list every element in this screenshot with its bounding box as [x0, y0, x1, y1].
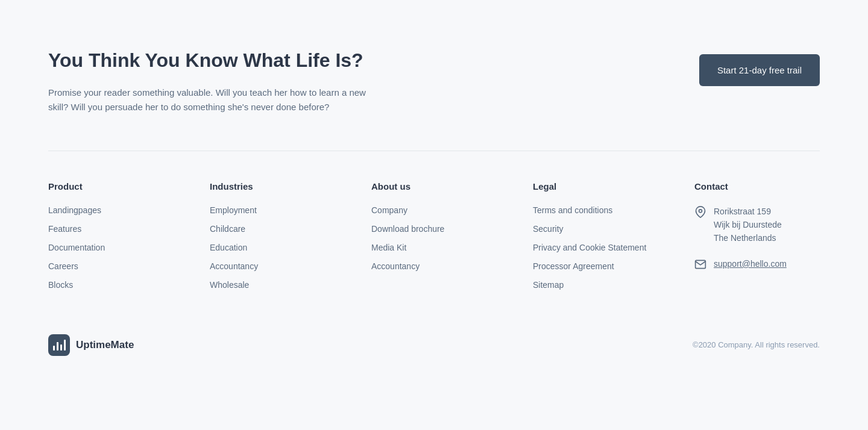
list-item: Company — [371, 205, 497, 215]
hero-text: You Think You Know What Life Is? Promise… — [48, 48, 386, 114]
link-sitemap[interactable]: Sitemap — [533, 280, 564, 290]
contact-address: Rorikstraat 159 Wijk bij Duurstede The N… — [694, 205, 820, 245]
legal-heading: Legal — [533, 181, 658, 192]
link-employment[interactable]: Employment — [210, 205, 257, 215]
list-item: Blocks — [48, 279, 174, 290]
address-line1: Rorikstraat 159 — [714, 207, 771, 216]
logo-area: UptimeMate — [48, 334, 134, 356]
list-item: Childcare — [210, 223, 335, 234]
list-item: Accountancy — [371, 261, 497, 271]
list-item: Download brochure — [371, 223, 497, 234]
footer-bottom: UptimeMate ©2020 Company. All rights res… — [48, 334, 820, 356]
list-item: Landingpages — [48, 205, 174, 215]
industries-heading: Industries — [210, 181, 335, 192]
link-blocks[interactable]: Blocks — [48, 280, 73, 290]
list-item: Wholesale — [210, 279, 335, 290]
link-privacy[interactable]: Privacy and Cookie Statement — [533, 243, 646, 252]
cta-button[interactable]: Start 21-day free trail — [699, 54, 820, 86]
link-features[interactable]: Features — [48, 224, 81, 234]
list-item: Security — [533, 223, 658, 234]
hero-section: You Think You Know What Life Is? Promise… — [0, 0, 868, 151]
link-wholesale[interactable]: Wholesale — [210, 280, 249, 290]
list-item: Processor Agreement — [533, 261, 658, 271]
link-childcare[interactable]: Childcare — [210, 224, 245, 234]
link-accountancy-about[interactable]: Accountancy — [371, 261, 420, 271]
list-item: Education — [210, 242, 335, 252]
about-heading: About us — [371, 181, 497, 192]
footer: Product Landingpages Features Documentat… — [0, 151, 868, 380]
product-heading: Product — [48, 181, 174, 192]
logo-bar-4 — [64, 340, 66, 351]
svg-point-0 — [699, 209, 702, 212]
link-landingpages[interactable]: Landingpages — [48, 205, 101, 215]
footer-col-about: About us Company Download brochure Media… — [371, 181, 497, 298]
legal-links: Terms and conditions Security Privacy an… — [533, 205, 658, 290]
link-media-kit[interactable]: Media Kit — [371, 243, 406, 252]
list-item: Documentation — [48, 242, 174, 252]
footer-col-industries: Industries Employment Childcare Educatio… — [210, 181, 335, 298]
footer-columns: Product Landingpages Features Documentat… — [48, 181, 820, 298]
email-link[interactable]: support@hello.com — [714, 257, 787, 270]
hero-cta: Start 21-day free trail — [699, 54, 820, 86]
copyright: ©2020 Company. All rights reserved. — [693, 340, 820, 349]
list-item: Privacy and Cookie Statement — [533, 242, 658, 252]
about-links: Company Download brochure Media Kit Acco… — [371, 205, 497, 271]
address-text: Rorikstraat 159 Wijk bij Duurstede The N… — [714, 205, 782, 245]
product-links: Landingpages Features Documentation Care… — [48, 205, 174, 290]
list-item: Terms and conditions — [533, 205, 658, 215]
link-processor[interactable]: Processor Agreement — [533, 261, 614, 271]
industries-links: Employment Childcare Education Accountan… — [210, 205, 335, 290]
link-careers[interactable]: Careers — [48, 261, 78, 271]
list-item: Sitemap — [533, 279, 658, 290]
link-company[interactable]: Company — [371, 205, 407, 215]
list-item: Employment — [210, 205, 335, 215]
link-accountancy-ind[interactable]: Accountancy — [210, 261, 258, 271]
logo-name: UptimeMate — [76, 339, 134, 351]
list-item: Careers — [48, 261, 174, 271]
link-security[interactable]: Security — [533, 224, 564, 234]
contact-heading: Contact — [694, 181, 820, 192]
logo-bar-2 — [57, 342, 58, 351]
address-line2: Wijk bij Duurstede — [714, 220, 782, 229]
list-item: Features — [48, 223, 174, 234]
contact-email: support@hello.com — [694, 257, 820, 270]
location-icon — [694, 206, 706, 218]
link-download-brochure[interactable]: Download brochure — [371, 224, 444, 234]
logo-bars — [53, 340, 66, 351]
footer-col-contact: Contact Rorikstraat 159 Wijk bij Duurste… — [694, 181, 820, 298]
hero-title: You Think You Know What Life Is? — [48, 48, 386, 73]
email-icon — [694, 258, 706, 270]
link-education[interactable]: Education — [210, 243, 247, 252]
list-item: Media Kit — [371, 242, 497, 252]
logo-icon — [48, 334, 70, 356]
logo-bar-1 — [53, 346, 55, 351]
logo-bar-3 — [60, 344, 62, 351]
footer-col-product: Product Landingpages Features Documentat… — [48, 181, 174, 298]
link-documentation[interactable]: Documentation — [48, 243, 105, 252]
footer-col-legal: Legal Terms and conditions Security Priv… — [533, 181, 658, 298]
link-terms[interactable]: Terms and conditions — [533, 205, 612, 215]
hero-subtitle: Promise your reader something valuable. … — [48, 86, 386, 114]
address-line3: The Netherlands — [714, 233, 776, 243]
list-item: Accountancy — [210, 261, 335, 271]
